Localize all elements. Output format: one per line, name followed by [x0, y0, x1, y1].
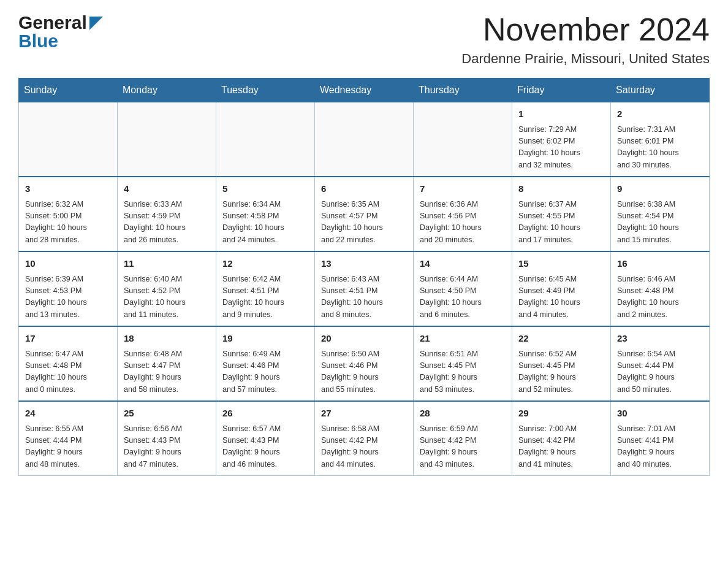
day-number: 15 [518, 257, 604, 271]
day-info: Sunrise: 6:56 AM Sunset: 4:43 PM Dayligh… [124, 423, 210, 471]
day-number: 18 [124, 332, 210, 346]
table-row: 15Sunrise: 6:45 AM Sunset: 4:49 PM Dayli… [512, 251, 611, 326]
table-row: 12Sunrise: 6:42 AM Sunset: 4:51 PM Dayli… [216, 251, 315, 326]
day-info: Sunrise: 6:46 AM Sunset: 4:48 PM Dayligh… [617, 274, 703, 321]
header-thursday: Thursday [414, 79, 512, 102]
header-tuesday: Tuesday [216, 79, 315, 102]
table-row: 3Sunrise: 6:32 AM Sunset: 5:00 PM Daylig… [19, 177, 118, 251]
table-row: 6Sunrise: 6:35 AM Sunset: 4:57 PM Daylig… [315, 177, 414, 251]
table-row [19, 102, 118, 177]
day-info: Sunrise: 6:34 AM Sunset: 4:58 PM Dayligh… [222, 199, 308, 247]
day-number: 30 [617, 407, 703, 421]
day-number: 24 [25, 407, 111, 421]
table-row: 29Sunrise: 7:00 AM Sunset: 4:42 PM Dayli… [512, 401, 611, 476]
table-row: 21Sunrise: 6:51 AM Sunset: 4:45 PM Dayli… [414, 326, 512, 401]
day-info: Sunrise: 7:01 AM Sunset: 4:41 PM Dayligh… [617, 423, 703, 471]
day-number: 7 [420, 182, 506, 196]
day-number: 19 [222, 332, 308, 346]
day-info: Sunrise: 6:42 AM Sunset: 4:51 PM Dayligh… [222, 274, 308, 321]
table-row: 7Sunrise: 6:36 AM Sunset: 4:56 PM Daylig… [414, 177, 512, 251]
table-row: 16Sunrise: 6:46 AM Sunset: 4:48 PM Dayli… [611, 251, 710, 326]
day-info: Sunrise: 6:50 AM Sunset: 4:46 PM Dayligh… [321, 348, 407, 396]
day-info: Sunrise: 6:52 AM Sunset: 4:45 PM Dayligh… [518, 348, 604, 396]
day-info: Sunrise: 6:36 AM Sunset: 4:56 PM Dayligh… [420, 199, 506, 247]
day-number: 10 [25, 257, 111, 271]
page-header: General Blue November 2024 Dardenne Prai… [18, 12, 710, 67]
table-row: 17Sunrise: 6:47 AM Sunset: 4:48 PM Dayli… [19, 326, 118, 401]
table-row: 11Sunrise: 6:40 AM Sunset: 4:52 PM Dayli… [118, 251, 216, 326]
day-info: Sunrise: 6:39 AM Sunset: 4:53 PM Dayligh… [25, 274, 111, 321]
table-row [414, 102, 512, 177]
day-info: Sunrise: 6:40 AM Sunset: 4:52 PM Dayligh… [124, 274, 210, 321]
table-row [315, 102, 414, 177]
table-row: 27Sunrise: 6:58 AM Sunset: 4:42 PM Dayli… [315, 401, 414, 476]
header-friday: Friday [512, 79, 611, 102]
day-number: 4 [124, 182, 210, 196]
day-number: 20 [321, 332, 407, 346]
day-info: Sunrise: 6:55 AM Sunset: 4:44 PM Dayligh… [25, 423, 111, 471]
day-info: Sunrise: 6:44 AM Sunset: 4:50 PM Dayligh… [420, 274, 506, 321]
day-number: 3 [25, 182, 111, 196]
header-saturday: Saturday [611, 79, 710, 102]
day-number: 12 [222, 257, 308, 271]
table-row: 9Sunrise: 6:38 AM Sunset: 4:54 PM Daylig… [611, 177, 710, 251]
calendar-table: Sunday Monday Tuesday Wednesday Thursday… [18, 78, 710, 476]
header-wednesday: Wednesday [315, 79, 414, 102]
calendar-week-row: 3Sunrise: 6:32 AM Sunset: 5:00 PM Daylig… [19, 177, 710, 251]
day-info: Sunrise: 6:49 AM Sunset: 4:46 PM Dayligh… [222, 348, 308, 396]
main-title: November 2024 [461, 12, 710, 47]
table-row: 24Sunrise: 6:55 AM Sunset: 4:44 PM Dayli… [19, 401, 118, 476]
table-row: 2Sunrise: 7:31 AM Sunset: 6:01 PM Daylig… [611, 102, 710, 177]
day-info: Sunrise: 6:38 AM Sunset: 4:54 PM Dayligh… [617, 199, 703, 247]
calendar-week-row: 17Sunrise: 6:47 AM Sunset: 4:48 PM Dayli… [19, 326, 710, 401]
subtitle: Dardenne Prairie, Missouri, United State… [461, 51, 710, 67]
day-number: 14 [420, 257, 506, 271]
logo-arrow-icon [89, 17, 103, 30]
day-info: Sunrise: 7:00 AM Sunset: 4:42 PM Dayligh… [518, 423, 604, 471]
day-info: Sunrise: 6:47 AM Sunset: 4:48 PM Dayligh… [25, 348, 111, 396]
logo-line1: General [18, 12, 103, 33]
day-info: Sunrise: 6:45 AM Sunset: 4:49 PM Dayligh… [518, 274, 604, 321]
day-info: Sunrise: 6:59 AM Sunset: 4:42 PM Dayligh… [420, 423, 506, 471]
day-info: Sunrise: 6:54 AM Sunset: 4:44 PM Dayligh… [617, 348, 703, 396]
table-row: 22Sunrise: 6:52 AM Sunset: 4:45 PM Dayli… [512, 326, 611, 401]
logo: General Blue [18, 12, 103, 52]
title-section: November 2024 Dardenne Prairie, Missouri… [461, 12, 710, 67]
calendar-header-row: Sunday Monday Tuesday Wednesday Thursday… [19, 79, 710, 102]
table-row: 4Sunrise: 6:33 AM Sunset: 4:59 PM Daylig… [118, 177, 216, 251]
day-number: 8 [518, 182, 604, 196]
table-row: 1Sunrise: 7:29 AM Sunset: 6:02 PM Daylig… [512, 102, 611, 177]
header-sunday: Sunday [19, 79, 118, 102]
calendar-week-row: 1Sunrise: 7:29 AM Sunset: 6:02 PM Daylig… [19, 102, 710, 177]
day-info: Sunrise: 6:58 AM Sunset: 4:42 PM Dayligh… [321, 423, 407, 471]
table-row: 18Sunrise: 6:48 AM Sunset: 4:47 PM Dayli… [118, 326, 216, 401]
table-row: 8Sunrise: 6:37 AM Sunset: 4:55 PM Daylig… [512, 177, 611, 251]
table-row: 23Sunrise: 6:54 AM Sunset: 4:44 PM Dayli… [611, 326, 710, 401]
table-row: 20Sunrise: 6:50 AM Sunset: 4:46 PM Dayli… [315, 326, 414, 401]
table-row [216, 102, 315, 177]
day-number: 16 [617, 257, 703, 271]
day-number: 26 [222, 407, 308, 421]
table-row: 10Sunrise: 6:39 AM Sunset: 4:53 PM Dayli… [19, 251, 118, 326]
day-number: 13 [321, 257, 407, 271]
day-number: 17 [25, 332, 111, 346]
day-info: Sunrise: 6:57 AM Sunset: 4:43 PM Dayligh… [222, 423, 308, 471]
table-row: 5Sunrise: 6:34 AM Sunset: 4:58 PM Daylig… [216, 177, 315, 251]
day-info: Sunrise: 6:35 AM Sunset: 4:57 PM Dayligh… [321, 199, 407, 247]
logo-line2: Blue [18, 31, 58, 52]
table-row: 13Sunrise: 6:43 AM Sunset: 4:51 PM Dayli… [315, 251, 414, 326]
day-number: 11 [124, 257, 210, 271]
day-number: 25 [124, 407, 210, 421]
table-row: 26Sunrise: 6:57 AM Sunset: 4:43 PM Dayli… [216, 401, 315, 476]
day-info: Sunrise: 7:31 AM Sunset: 6:01 PM Dayligh… [617, 124, 703, 172]
day-info: Sunrise: 6:32 AM Sunset: 5:00 PM Dayligh… [25, 199, 111, 247]
header-monday: Monday [118, 79, 216, 102]
day-number: 1 [518, 107, 604, 121]
day-number: 29 [518, 407, 604, 421]
table-row: 25Sunrise: 6:56 AM Sunset: 4:43 PM Dayli… [118, 401, 216, 476]
day-info: Sunrise: 6:51 AM Sunset: 4:45 PM Dayligh… [420, 348, 506, 396]
logo-blue-text: Blue [18, 31, 58, 52]
day-number: 23 [617, 332, 703, 346]
logo-general-text: General [18, 12, 87, 33]
table-row [118, 102, 216, 177]
